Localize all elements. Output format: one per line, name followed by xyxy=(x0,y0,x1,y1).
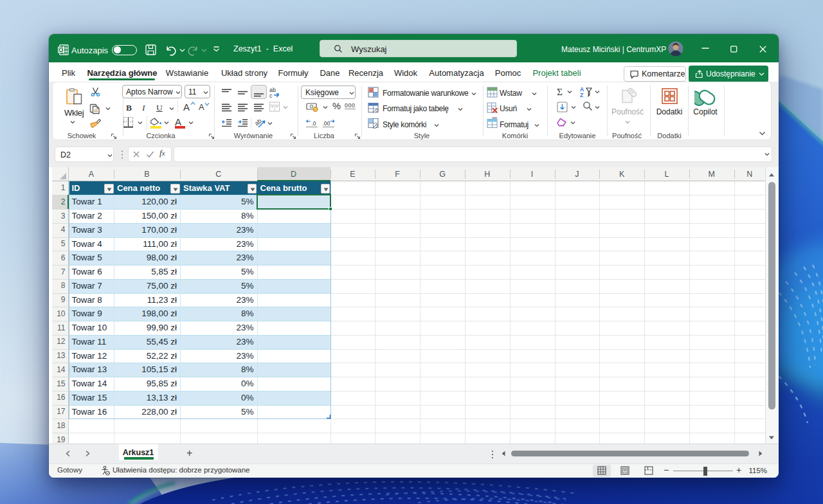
svg-text:.00: .00 xyxy=(323,120,330,127)
svg-text:ab: ab xyxy=(255,117,263,127)
svg-text:.0: .0 xyxy=(312,120,316,127)
svg-text:c: c xyxy=(269,93,273,99)
svg-text:Z: Z xyxy=(580,92,583,98)
